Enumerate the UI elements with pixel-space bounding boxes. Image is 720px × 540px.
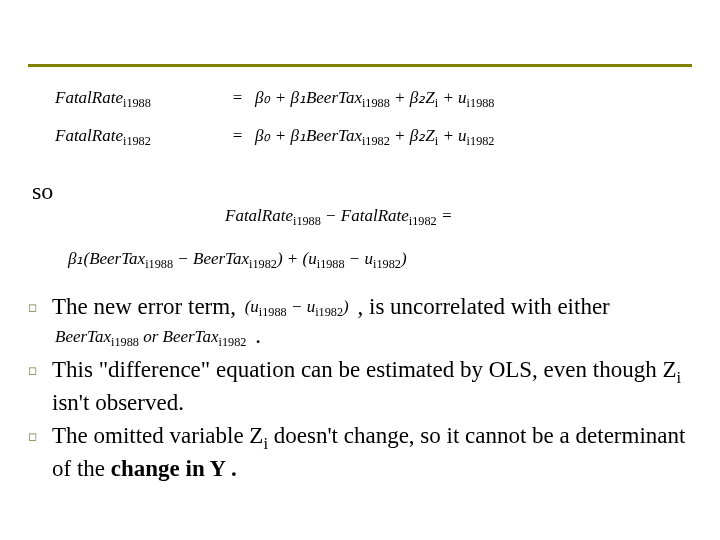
bullet-marker-icon: ◻ [28,429,52,483]
bullet-3-text: The omitted variable Zi doesn't change, … [52,421,692,483]
eq2-equals: = [220,122,255,151]
bullet-marker-icon: ◻ [28,363,52,417]
eq2-rhs: β₀ + β₁BeerTaxi1982 + β₂Zi + ui1982 [255,122,675,152]
bullet-list: ◻ The new error term, (ui1988 − ui1982) … [28,292,692,487]
eq2-lhs: FatalRate [55,126,123,145]
bullet-1-text: The new error term, (ui1988 − ui1982) , … [52,292,692,351]
eq1-lhs-sub: i1988 [123,96,151,110]
slide-container: FatalRatei1988 = β₀ + β₁BeerTaxi1988 + β… [0,0,720,540]
divider-line [28,64,692,67]
eq1-lhs: FatalRate [55,88,123,107]
equation-1: FatalRatei1988 = β₀ + β₁BeerTaxi1988 + β… [55,84,675,114]
equation-4: β₁(BeerTaxi1988 − BeerTaxi1982) + (ui198… [68,248,407,272]
eq1-rhs: β₀ + β₁BeerTaxi1988 + β₂Zi + ui1988 [255,84,675,114]
eq1-equals: = [220,84,255,113]
equation-2: FatalRatei1982 = β₀ + β₁BeerTaxi1982 + β… [55,122,675,152]
bullet-3: ◻ The omitted variable Zi doesn't change… [28,421,692,483]
so-text: so [32,178,53,205]
equation-3: FatalRatei1988 − FatalRatei1982 = [225,206,452,229]
eq2-lhs-sub: i1982 [123,135,151,149]
bullet-marker-icon: ◻ [28,300,52,351]
bullet-2-text: This "difference" equation can be estima… [52,355,692,417]
bullet-1: ◻ The new error term, (ui1988 − ui1982) … [28,292,692,351]
bullet-2: ◻ This "difference" equation can be esti… [28,355,692,417]
equations-block-top: FatalRatei1988 = β₀ + β₁BeerTaxi1988 + β… [55,84,675,160]
